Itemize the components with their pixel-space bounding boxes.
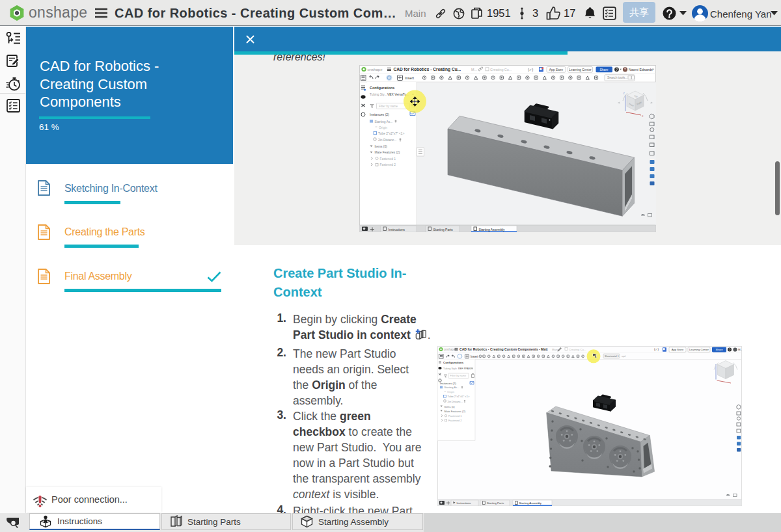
- svg-text:Starting As...: Starting As...: [375, 120, 393, 124]
- svg-text:upd: upd: [622, 355, 625, 358]
- svg-text:Naomi Edwards: Naomi Edwards: [629, 68, 653, 72]
- svg-text:{✓}: {✓}: [528, 68, 534, 72]
- svg-text:Filter by name: Filter by name: [379, 105, 398, 108]
- svg-text:Share: Share: [600, 68, 609, 72]
- svg-text:Origin: Origin: [379, 126, 387, 129]
- svg-text:Tube 2"x1"x5" <1>: Tube 2"x1"x5" <1>: [448, 395, 470, 398]
- svg-text:M...: M...: [738, 348, 742, 351]
- svg-text:2in Distanc...: 2in Distanc...: [378, 139, 396, 142]
- svg-text:CAD for Robotics - Creating Cu: CAD for Robotics - Creating Custom Compo…: [459, 347, 548, 351]
- svg-text:Instances (2): Instances (2): [370, 113, 389, 116]
- svg-text:Tube 2"x2"x7" <1>: Tube 2"x2"x7" <1>: [378, 132, 405, 135]
- svg-text:Fastened 2: Fastened 2: [380, 163, 396, 166]
- svg-text:Mate Features (2): Mate Features (2): [375, 151, 400, 154]
- svg-text:Starting As...: Starting As...: [445, 386, 459, 389]
- svg-text:Instances (2): Instances (2): [440, 382, 456, 385]
- svg-text:Items (0): Items (0): [445, 405, 456, 408]
- svg-text:Starting Assembly: Starting Assembly: [519, 501, 542, 505]
- svg-text:Instructions: Instructions: [389, 228, 405, 232]
- svg-text:Items (0): Items (0): [375, 145, 388, 148]
- svg-text:Search tools...: Search tools...: [607, 76, 627, 79]
- svg-text:REF PPA93s: REF PPA93s: [458, 367, 473, 370]
- svg-text:Creating Cu...: Creating Cu...: [569, 348, 586, 351]
- svg-text:Sheetmetal 1: Sheetmetal 1: [605, 355, 619, 358]
- svg-text:CAD for Robotics - Creating Cu: CAD for Robotics - Creating Cu...: [394, 67, 461, 72]
- svg-text:Configurations: Configurations: [443, 361, 464, 364]
- svg-text:Fastened 1: Fastened 1: [380, 157, 396, 161]
- svg-text:Learning Center: Learning Center: [689, 348, 709, 351]
- svg-text:App Store: App Store: [672, 348, 684, 351]
- svg-text:onshape: onshape: [444, 348, 456, 351]
- svg-text:Starting Parts: Starting Parts: [487, 501, 504, 505]
- svg-text:Main: Main: [552, 348, 558, 351]
- svg-text:Fastened 1: Fastened 1: [448, 414, 462, 418]
- svg-text:Insert: Insert: [471, 355, 478, 358]
- svg-text:Tubing Sty...: Tubing Sty...: [370, 93, 387, 96]
- svg-text:Origin: Origin: [447, 390, 455, 393]
- svg-text:onshape: onshape: [368, 68, 383, 72]
- svg-text:Filter by name: Filter by name: [450, 374, 467, 377]
- svg-text:Instructions: Instructions: [457, 501, 471, 505]
- svg-text:Starting Assembly: Starting Assembly: [479, 228, 506, 232]
- svg-text:Mate Features (2): Mate Features (2): [445, 410, 466, 413]
- svg-text:Share: Share: [715, 348, 723, 351]
- svg-text:Starting Parts: Starting Parts: [433, 228, 454, 232]
- svg-text:{✓}: {✓}: [654, 348, 659, 351]
- svg-text:Fastened 2: Fastened 2: [448, 419, 462, 422]
- svg-text:2in Distanc...: 2in Distanc...: [448, 400, 463, 403]
- svg-text:Insert: Insert: [405, 76, 414, 80]
- svg-text:Configurations: Configurations: [370, 86, 394, 90]
- svg-text:Tubing Style: Tubing Style: [443, 367, 457, 370]
- svg-text:M...: M...: [471, 68, 477, 72]
- svg-text:Learning Center: Learning Center: [569, 68, 592, 72]
- svg-text:Creating Cu...: Creating Cu...: [490, 68, 512, 72]
- svg-text:App Store: App Store: [549, 68, 564, 72]
